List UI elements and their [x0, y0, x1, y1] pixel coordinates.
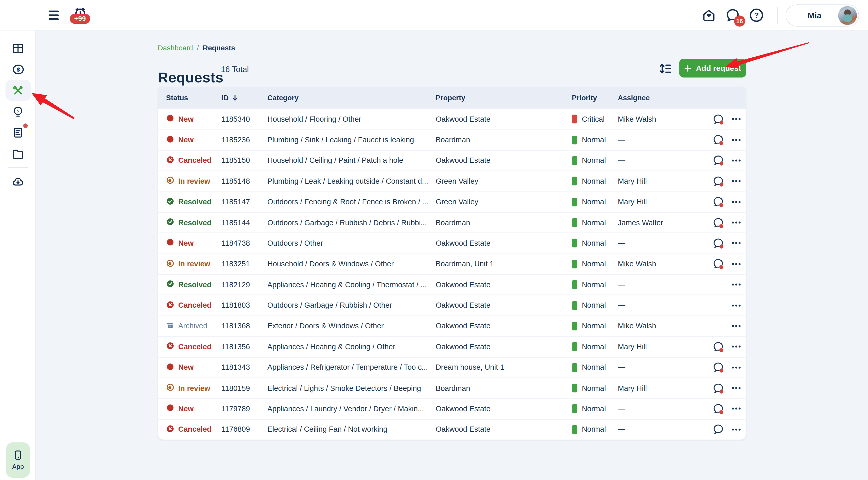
request-id: 1181356 — [221, 342, 268, 351]
row-more-button[interactable] — [731, 304, 741, 307]
category-cell: Household / Doors & Windows / Other — [268, 260, 436, 268]
table-row[interactable]: New 1185236 Plumbing / Sink / Leaking / … — [158, 129, 746, 150]
column-header-category[interactable]: Category — [268, 93, 436, 101]
table-row[interactable]: New 1179789 Appliances / Laundry / Vendo… — [158, 398, 746, 419]
column-header-assignee[interactable]: Assignee — [618, 93, 696, 101]
table-row[interactable]: Resolved 1182129 Appliances / Heating & … — [158, 274, 746, 295]
row-more-button[interactable] — [731, 221, 741, 224]
alarm-notifications-button[interactable]: +99 — [72, 4, 96, 28]
table-row[interactable]: Canceled 1185150 Household / Ceiling / P… — [158, 150, 746, 171]
messages-button[interactable]: 16 — [724, 7, 740, 23]
row-actions — [696, 362, 741, 373]
home-button[interactable] — [701, 7, 716, 23]
reports-document-icon — [11, 126, 24, 139]
column-header-priority[interactable]: Priority — [572, 93, 618, 101]
status-cell: New — [166, 135, 221, 145]
chat-button[interactable] — [712, 403, 724, 415]
row-more-button[interactable] — [731, 180, 741, 183]
help-button[interactable]: ? — [748, 7, 764, 23]
row-actions — [696, 217, 741, 229]
table-row[interactable]: Canceled 1181803 Outdoors / Garbage / Ru… — [158, 295, 746, 316]
user-name: Mia — [808, 10, 822, 20]
priority-label: Normal — [582, 322, 606, 330]
table-row[interactable]: New 1184738 Outdoors / Other Oakwood Est… — [158, 233, 746, 253]
sidebar-item-maintenance-tools[interactable] — [5, 80, 31, 101]
help-icon: ? — [749, 7, 764, 23]
sidebar: $ App — [0, 0, 36, 480]
maintenance-tools-icon — [11, 84, 24, 97]
property-cell: Oakwood Estate — [436, 342, 572, 351]
row-more-button[interactable] — [731, 407, 741, 411]
table-row[interactable]: In review 1185148 Plumbing / Leak / Leak… — [158, 171, 746, 191]
chat-button[interactable] — [712, 258, 724, 270]
row-more-button[interactable] — [731, 262, 741, 266]
row-more-button[interactable] — [731, 345, 741, 349]
canceled-status-icon — [166, 300, 175, 310]
sidebar-item-files-folder[interactable] — [5, 143, 31, 164]
status-cell: Canceled — [166, 155, 221, 166]
sidebar-item-utilities-bulb[interactable] — [5, 101, 31, 122]
chat-button[interactable] — [712, 175, 724, 187]
chat-button[interactable] — [712, 196, 724, 208]
table-row[interactable]: In review 1180159 Electrical / Lights / … — [158, 378, 746, 398]
row-more-button[interactable] — [731, 200, 741, 204]
request-id: 1184738 — [221, 239, 268, 247]
row-more-button[interactable] — [731, 159, 741, 162]
table-row[interactable]: Archived 1181368 Exterior / Doors & Wind… — [158, 316, 746, 336]
request-id: 1181368 — [221, 322, 268, 330]
row-more-button[interactable] — [731, 325, 741, 328]
sidebar-item-reports-document[interactable] — [5, 122, 31, 143]
status-label: New — [178, 404, 193, 413]
request-id: 1176809 — [221, 425, 268, 433]
assignee-cell: — — [618, 239, 696, 247]
status-label: Resolved — [178, 218, 212, 227]
table-row[interactable]: New 1185340 Household / Flooring / Other… — [158, 109, 746, 129]
breadcrumb-dashboard-link[interactable]: Dashboard — [158, 44, 193, 52]
priority-swatch — [572, 322, 578, 330]
add-request-button[interactable]: Add request — [679, 59, 746, 78]
priority-cell: Normal — [572, 404, 618, 413]
table-row[interactable]: Canceled 1176809 Electrical / Ceiling Fa… — [158, 419, 746, 440]
row-more-button[interactable] — [731, 283, 741, 286]
row-more-button[interactable] — [731, 138, 741, 142]
column-header-id[interactable]: ID — [221, 93, 268, 101]
status-cell: New — [166, 238, 221, 248]
table-row[interactable]: Canceled 1181356 Appliances / Heating & … — [158, 336, 746, 357]
table-row[interactable]: New 1181343 Appliances / Refrigerator / … — [158, 357, 746, 378]
priority-label: Normal — [582, 301, 606, 309]
red-arrow-to-maintenance — [32, 93, 75, 119]
chat-button[interactable] — [712, 113, 724, 125]
chat-button[interactable] — [712, 424, 724, 435]
user-menu-button[interactable]: Mia — [785, 4, 859, 26]
table-density-button[interactable] — [659, 62, 672, 75]
row-actions — [696, 283, 741, 286]
priority-cell: Normal — [572, 363, 618, 372]
chat-button[interactable] — [712, 382, 724, 394]
chat-button[interactable] — [712, 362, 724, 373]
sidebar-item-dashboard-grid[interactable] — [5, 38, 31, 59]
row-more-button[interactable] — [731, 118, 741, 121]
hamburger-menu-button[interactable] — [49, 10, 59, 20]
chat-button[interactable] — [712, 341, 724, 353]
chat-button[interactable] — [712, 155, 724, 167]
sidebar-item-finances-dollar[interactable]: $ — [5, 59, 31, 80]
table-row[interactable]: Resolved 1185144 Outdoors / Garbage / Ru… — [158, 212, 746, 233]
chat-button[interactable] — [712, 217, 724, 229]
row-more-button[interactable] — [731, 428, 741, 431]
mobile-app-button[interactable]: App — [6, 442, 30, 478]
priority-swatch — [572, 177, 578, 185]
table-row[interactable]: Resolved 1185147 Outdoors / Fencing & Ro… — [158, 191, 746, 212]
priority-swatch — [572, 384, 578, 392]
table-row[interactable]: In review 1183251 Household / Doors & Wi… — [158, 253, 746, 274]
assignee-cell: — — [618, 404, 696, 413]
row-more-button[interactable] — [731, 366, 741, 369]
chat-button[interactable] — [712, 134, 724, 146]
column-header-status[interactable]: Status — [166, 93, 221, 101]
priority-swatch — [572, 239, 578, 248]
row-more-button[interactable] — [731, 387, 741, 390]
phone-icon — [12, 450, 24, 461]
sidebar-item-downloads-cloud[interactable] — [5, 171, 31, 192]
chat-button[interactable] — [712, 237, 724, 249]
row-more-button[interactable] — [731, 242, 741, 245]
column-header-property[interactable]: Property — [436, 93, 572, 101]
